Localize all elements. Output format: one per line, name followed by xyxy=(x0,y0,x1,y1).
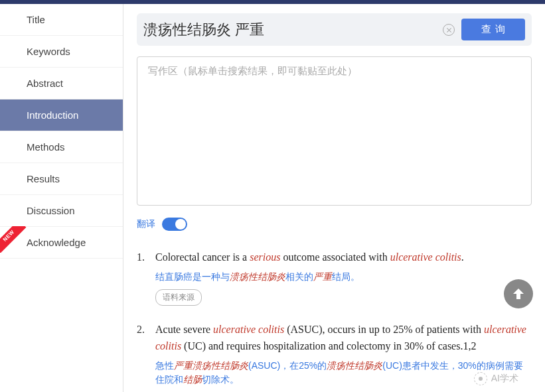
scroll-to-top-button[interactable] xyxy=(504,279,533,308)
arrow-up-icon xyxy=(510,286,526,302)
sidebar-item-label: Acknowledge xyxy=(27,237,86,248)
translate-toggle[interactable] xyxy=(162,218,187,231)
sidebar-item-results[interactable]: Results xyxy=(0,163,123,195)
sidebar-item-abstract[interactable]: Abstract xyxy=(0,68,123,99)
source-button[interactable]: 语料来源 xyxy=(155,289,202,306)
clear-icon[interactable] xyxy=(443,24,455,36)
translate-row: 翻译 xyxy=(137,218,532,231)
result-number: 1. xyxy=(137,249,155,306)
result-chinese: 急性严重溃疡性结肠炎(ASUC)，在25%的溃疡性结肠炎(UC)患者中发生，30… xyxy=(155,359,532,387)
result-item[interactable]: 1. Colorectal cancer is a serious outcom… xyxy=(137,249,532,306)
result-english: Acute severe ulcerative colitis (ASUC), … xyxy=(155,322,532,355)
new-badge: NEW xyxy=(0,226,27,253)
sidebar-item-discussion[interactable]: Discussion xyxy=(0,195,123,227)
result-english: Colorectal cancer is a serious outcome a… xyxy=(155,249,532,266)
sidebar-item-acknowledge[interactable]: NEW Acknowledge xyxy=(0,227,123,259)
search-input[interactable] xyxy=(143,21,436,38)
writing-area[interactable]: 写作区（鼠标单击搜索结果，即可黏贴至此处） xyxy=(137,56,532,206)
sidebar-item-introduction[interactable]: Introduction xyxy=(0,99,123,131)
search-button[interactable]: 查询 xyxy=(461,19,525,40)
writing-placeholder: 写作区（鼠标单击搜索结果，即可黏贴至此处） xyxy=(148,65,357,76)
sidebar-item-title[interactable]: Title xyxy=(0,4,123,36)
result-item[interactable]: 2. Acute severe ulcerative colitis (ASUC… xyxy=(137,322,532,387)
search-bar: 查询 xyxy=(137,13,532,46)
sidebar-item-methods[interactable]: Methods xyxy=(0,131,123,163)
sidebar-item-keywords[interactable]: Keywords xyxy=(0,36,123,68)
results-list: 1. Colorectal cancer is a serious outcom… xyxy=(137,249,532,387)
result-number: 2. xyxy=(137,322,155,387)
result-chinese: 结直肠癌是一种与溃疡性结肠炎相关的严重结局。 xyxy=(155,270,532,285)
translate-label: 翻译 xyxy=(137,218,155,230)
sidebar: Title Keywords Abstract Introduction Met… xyxy=(0,4,123,392)
